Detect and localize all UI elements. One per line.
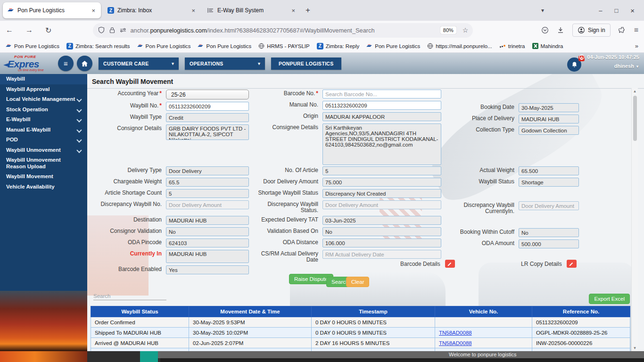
barcode-details-edit-button[interactable] (445, 260, 455, 268)
user-menu[interactable]: dhinesh ▼ (579, 63, 639, 69)
article-shortage-count-input[interactable] (166, 189, 249, 198)
tab-close-icon[interactable]: × (290, 7, 297, 14)
sidebar-item-manual-e-waybill[interactable]: Manual E-Waybill (0, 125, 87, 135)
bookmark-star-icon[interactable]: ☆ (462, 26, 469, 34)
discrepancy-waybill-currentlyin-input[interactable] (519, 201, 579, 210)
place-of-delivery-input[interactable] (519, 115, 579, 123)
oda-pincode-input[interactable] (166, 239, 249, 247)
bookmark-item[interactable]: Pon Pure Logistics (137, 43, 191, 49)
csrm-actual-delivery-date-input[interactable] (322, 250, 441, 259)
bookmark-item[interactable]: ZZimbra: Search results (66, 43, 130, 49)
sidebar-item-pod[interactable]: POD (0, 135, 87, 145)
bookmark-item[interactable]: https://mail.ponpurelo... (427, 43, 492, 49)
close-button[interactable]: × (630, 7, 635, 15)
sidebar-item-stock-operation[interactable]: Stock Operation (0, 105, 87, 115)
waybill-type-input[interactable] (166, 113, 249, 122)
main-content: Search Waybill Movement Accounting Year*… (87, 74, 644, 351)
sidebar-item-waybill-approval[interactable]: Waybill Approval (0, 84, 87, 95)
clear-button[interactable]: Clear (346, 277, 369, 287)
shortage-waybill-status-input[interactable] (322, 189, 441, 198)
vehicle-link[interactable]: TN58AD0088 (439, 330, 472, 336)
nav-operations[interactable]: OPERATIONS▾ (185, 58, 265, 70)
barcode-no-input[interactable] (322, 90, 441, 99)
sidebar-item-e-waybill[interactable]: E-Waybill (0, 115, 87, 125)
sidebar-item-waybill[interactable]: Waybill (0, 74, 87, 84)
reload-button[interactable]: ↻ (45, 26, 51, 35)
tab-eway-bill[interactable]: E-Way Bill System × (203, 2, 301, 18)
delivery-type-input[interactable] (166, 166, 249, 175)
scroll-up-icon[interactable]: ▴ (634, 89, 636, 93)
sidebar-item-waybill-movement[interactable]: Waybill Movement (0, 172, 87, 182)
nav-ponpure-logistics[interactable]: PONPURE LOGISTICS (271, 58, 341, 70)
tab-zimbra-inbox[interactable]: Z Zimbra: Inbox × (103, 2, 201, 18)
extensions-icon[interactable] (619, 26, 626, 34)
bookmark-item[interactable]: trinetra (499, 43, 525, 49)
content-scrollbar[interactable]: ▴ ▾ (631, 88, 638, 351)
tab-close-icon[interactable]: × (190, 7, 197, 14)
downloads-icon[interactable] (557, 26, 564, 34)
bookmark-item[interactable]: Mahindra (532, 43, 563, 49)
currently-in-textarea[interactable]: MADURAI HUB (166, 250, 249, 263)
oda-distance-input[interactable] (322, 239, 441, 247)
validation-based-on-input[interactable] (322, 227, 441, 236)
discrepancy-waybill-no-input[interactable] (166, 200, 249, 209)
actual-weight-input[interactable] (519, 166, 579, 175)
consignor-details-textarea[interactable]: GRB DAIRY FOODS PVT LTD - NILAKOTTAI,A-2… (166, 124, 249, 140)
booking-within-cutoff-input[interactable] (519, 228, 579, 237)
vehicle-link[interactable]: TN58AD0088 (439, 340, 472, 346)
cell-vehicle: TN58AD0088 (435, 338, 532, 348)
list-tabs-icon[interactable]: ▾ (541, 7, 544, 14)
barcode-details-label: Barcode Details (400, 261, 440, 267)
url-bar[interactable]: anchor.ponpurelogistics.com/index.html?6… (93, 23, 473, 38)
minimize-button[interactable]: – (599, 7, 602, 14)
booking-date-input[interactable] (519, 103, 579, 112)
zoom-level-badge[interactable]: 80% (440, 26, 456, 34)
manual-no-input[interactable] (322, 101, 441, 110)
permissions-icon[interactable] (119, 26, 127, 34)
nav-customer-care[interactable]: CUSTOMER CARE▾ (99, 58, 179, 70)
tab-close-icon[interactable]: × (90, 7, 97, 14)
home-button[interactable] (77, 56, 92, 71)
pocket-icon[interactable] (541, 26, 549, 34)
consignor-validation-input[interactable] (166, 227, 249, 236)
sidebar-item-waybill-unmovement-reason-upload[interactable]: Waybill Unmovement Reason Upload (0, 155, 87, 172)
waybill-status-input[interactable] (519, 178, 579, 187)
consignee-details-textarea[interactable]: Sri Karthikeyan Agencies,NO,93/5,ANANDAG… (322, 123, 441, 165)
bookmark-item[interactable]: Pon Pure Logistics (6, 43, 59, 49)
expected-delivery-tat-input[interactable] (322, 216, 441, 225)
barcode-enabled-input[interactable] (166, 265, 249, 274)
door-delivery-amount-input[interactable] (322, 178, 441, 187)
menu-icon[interactable]: ≡ (634, 26, 638, 34)
sign-in-button[interactable]: Sign in (572, 24, 611, 37)
bookmark-item[interactable]: Pon Pure Logistics (198, 43, 251, 49)
maximize-button[interactable]: □ (614, 7, 618, 14)
tab-pon-pure-logistics[interactable]: Pon Pure Logistics × (3, 2, 101, 18)
bookmarks-overflow-icon[interactable]: » (635, 42, 638, 49)
waybill-no-input[interactable] (166, 102, 249, 111)
sidebar-item-local-vehicle-management[interactable]: Local Vehicle Management (0, 94, 87, 105)
bookmark-item[interactable]: Pon Pure Logistics (366, 43, 420, 49)
oda-amount-input[interactable] (519, 239, 579, 248)
sidebar-item-vehicle-availability[interactable]: Vehicle Availability (0, 182, 87, 192)
bookmark-item[interactable]: ZZimbra: Reply (317, 43, 360, 49)
chevron-down-icon (76, 107, 82, 112)
bookmark-item[interactable]: HRMS - PAYSLIP (258, 43, 309, 49)
back-button[interactable]: ← (6, 26, 13, 35)
sidebar-item-waybill-unmovement[interactable]: Waybill Unmovement (0, 145, 87, 156)
scroll-down-icon[interactable]: ▾ (634, 346, 636, 350)
lr-copy-details-edit-button[interactable] (567, 260, 577, 268)
origin-input[interactable] (322, 112, 441, 121)
discrepancy-waybill-status-input[interactable] (322, 200, 441, 209)
new-tab-button[interactable]: + (305, 6, 310, 15)
form-section-1: Accounting Year* 25-26 Waybill No.* Wayb… (87, 90, 591, 167)
collection-type-input[interactable] (519, 126, 579, 135)
sidebar-toggle-button[interactable]: ≡ (58, 56, 74, 71)
destination-input[interactable] (166, 216, 249, 225)
forward-button[interactable]: → (25, 26, 33, 35)
accounting-year-select[interactable]: 25-26 (166, 90, 249, 99)
scrollbar-thumb[interactable] (633, 96, 637, 141)
chargeable-weight-input[interactable] (166, 178, 249, 187)
export-excel-button[interactable]: Export Excel (589, 294, 630, 304)
no-of-article-input[interactable] (322, 166, 441, 175)
results-search-input[interactable] (93, 292, 166, 300)
